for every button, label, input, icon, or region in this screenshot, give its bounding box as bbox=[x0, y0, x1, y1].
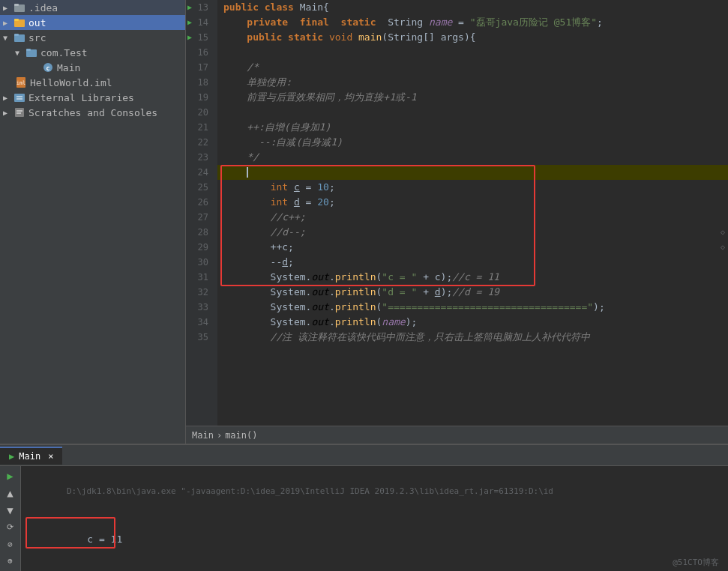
settings-button[interactable]: ⊕ bbox=[2, 554, 19, 568]
scroll-up-button[interactable]: ▲ bbox=[2, 486, 19, 501]
code-line-32: System.out.println("d = " + d);//d = 19 bbox=[217, 285, 728, 300]
sidebar-item-label: com.Test bbox=[40, 47, 88, 58]
breadcrumb: Main › main() bbox=[186, 426, 728, 444]
main-area: ▶ .idea ▶ out ▼ src ▼ bbox=[0, 0, 728, 444]
code-line-23: */ bbox=[217, 150, 728, 165]
line-num-28: 28 bbox=[186, 225, 213, 240]
code-area: ▶13 ▶14 ▶15 16 17 18 19 20 21 22 23 bbox=[186, 0, 728, 444]
code-line-21: ++:自增(自身加1) bbox=[217, 120, 728, 135]
line-num-15: ▶15 bbox=[186, 30, 213, 45]
code-line-35: //注 该注释符在该快代码中而注意，只右击上签筒电脑加上人补代代符中 bbox=[217, 330, 728, 345]
folder-icon bbox=[13, 1, 25, 13]
line-num-27: 27 bbox=[186, 210, 213, 225]
arrow-icon: ▶ bbox=[3, 94, 12, 102]
svg-text:c: c bbox=[46, 64, 49, 72]
line-num-31: 31 bbox=[186, 270, 213, 285]
line-num-19: 19 bbox=[186, 90, 213, 105]
svg-rect-7 bbox=[26, 49, 31, 51]
line-num-17: 17 bbox=[186, 60, 213, 75]
line-num-21: 21 bbox=[186, 120, 213, 135]
line-num-18: 18 bbox=[186, 75, 213, 90]
console-output: D:\jdk1.8\bin\java.exe "-javaagent:D:\id… bbox=[21, 466, 728, 571]
code-line-29: ++c; ◇ bbox=[217, 240, 728, 255]
bottom-toolbar: ▶ ▲ ▼ ⟳ ⊘ ⊕ bbox=[0, 466, 21, 571]
sidebar-item-main-class[interactable]: c Main bbox=[0, 60, 185, 75]
line-num-20: 20 bbox=[186, 105, 213, 120]
line-num-16: 16 bbox=[186, 45, 213, 60]
code-line-27: //c++; bbox=[217, 210, 728, 225]
code-line-22: --:自减(自身减1) bbox=[217, 135, 728, 150]
arrow-icon: ▼ bbox=[3, 34, 12, 42]
code-line-14: private final static String name = "磊哥ja… bbox=[217, 15, 728, 30]
sidebar-item-scratches[interactable]: ▶ Scratches and Consoles bbox=[0, 105, 185, 120]
breadcrumb-separator: › bbox=[217, 430, 222, 441]
code-line-26: int d = 20; bbox=[217, 195, 728, 210]
code-editor[interactable]: ▶13 ▶14 ▶15 16 17 18 19 20 21 22 23 bbox=[186, 0, 728, 426]
arrow-icon: ▶ bbox=[3, 19, 12, 27]
sidebar-item-helloworld-iml[interactable]: iml HelloWorld.iml bbox=[0, 75, 185, 90]
code-line-15: public static void main(String[] args){ bbox=[217, 30, 728, 45]
sidebar-item-label: External Libraries bbox=[28, 92, 134, 103]
console-output-c: c = 11 bbox=[27, 517, 122, 562]
sidebar-item-src[interactable]: ▼ src bbox=[0, 30, 185, 45]
iml-icon: iml bbox=[15, 76, 27, 88]
code-line-13: public class Main{ bbox=[217, 0, 728, 15]
run-tab[interactable]: ▶ Main × bbox=[0, 447, 62, 465]
folder-open-icon bbox=[13, 16, 25, 28]
arrow-icon: ▶ bbox=[3, 109, 12, 117]
run-tab-label: Main bbox=[19, 451, 40, 462]
scroll-down-button[interactable]: ▼ bbox=[2, 503, 19, 517]
code-line-34: System.out.println(name); bbox=[217, 315, 728, 330]
class-icon: c bbox=[42, 61, 54, 73]
line-num-30: 30 bbox=[186, 255, 213, 270]
code-line-16 bbox=[217, 45, 728, 60]
line-num-29: 29 bbox=[186, 240, 213, 255]
code-line-28: //d--; ◇ bbox=[217, 225, 728, 240]
bottom-tabs: ▶ Main × bbox=[0, 445, 728, 466]
sidebar-item-label: Main bbox=[57, 62, 80, 73]
arrow-icon: ▼ bbox=[15, 49, 24, 57]
line-num-33: 33 bbox=[186, 300, 213, 315]
breadcrumb-class: Main bbox=[192, 430, 214, 441]
code-line-33: System.out.println("====================… bbox=[217, 300, 728, 315]
line-num-25: 25 bbox=[186, 180, 213, 195]
svg-text:iml: iml bbox=[16, 80, 26, 86]
run-command-text: D:\jdk1.8\bin\java.exe "-javaagent:D:\id… bbox=[67, 486, 553, 496]
line-num-13: ▶13 bbox=[186, 0, 213, 15]
bottom-content: ▶ ▲ ▼ ⟳ ⊘ ⊕ D:\jdk1.8\bin\java.exe "-jav… bbox=[0, 466, 728, 571]
sidebar-item-label: HelloWorld.iml bbox=[30, 77, 112, 88]
svg-rect-3 bbox=[14, 19, 19, 21]
breadcrumb-method: main() bbox=[225, 430, 257, 441]
code-line-25: int c = 10; bbox=[217, 180, 728, 195]
run-tab-close[interactable]: × bbox=[48, 451, 53, 462]
line-num-34: 34 bbox=[186, 315, 213, 330]
arrow-icon: ▶ bbox=[3, 4, 12, 12]
redirect-button[interactable]: ⟳ bbox=[2, 520, 19, 534]
svg-rect-5 bbox=[14, 34, 19, 36]
code-lines: ▶13 ▶14 ▶15 16 17 18 19 20 21 22 23 bbox=[186, 0, 728, 426]
code-line-17: /* bbox=[217, 60, 728, 75]
line-num-24: 24 bbox=[186, 165, 213, 180]
sidebar-item-com-test[interactable]: ▼ com.Test bbox=[0, 45, 185, 60]
sidebar-item-label: .idea bbox=[28, 2, 58, 13]
clear-button[interactable]: ⊘ bbox=[2, 537, 19, 552]
run-button[interactable]: ▶ bbox=[2, 469, 19, 483]
code-line-30: --d; bbox=[217, 255, 728, 270]
code-line-24 bbox=[217, 165, 728, 180]
line-num-14: ▶14 bbox=[186, 15, 213, 30]
svg-rect-12 bbox=[14, 94, 25, 102]
bottom-panel: ▶ Main × ▶ ▲ ▼ ⟳ ⊘ ⊕ D:\jdk1.8\bin\java.… bbox=[0, 444, 728, 571]
line-numbers: ▶13 ▶14 ▶15 16 17 18 19 20 21 22 23 bbox=[186, 0, 217, 426]
sidebar-item-label: Scratches and Consoles bbox=[28, 107, 157, 118]
console-cmd-line: D:\jdk1.8\bin\java.exe "-javaagent:D:\id… bbox=[27, 469, 722, 514]
sidebar-item-idea[interactable]: ▶ .idea bbox=[0, 0, 185, 15]
sidebar-item-external-libs[interactable]: ▶ External Libraries bbox=[0, 90, 185, 105]
code-line-19: 前置与后置效果相同，均为直接+1或-1 bbox=[217, 90, 728, 105]
sidebar-item-out[interactable]: ▶ out bbox=[0, 15, 185, 30]
line-num-22: 22 bbox=[186, 135, 213, 150]
line-num-23: 23 bbox=[186, 150, 213, 165]
line-num-35: 35 bbox=[186, 330, 213, 345]
folder-package-icon bbox=[25, 46, 37, 58]
folder-src-icon bbox=[13, 31, 25, 43]
code-line-18: 单独使用: bbox=[217, 75, 728, 90]
